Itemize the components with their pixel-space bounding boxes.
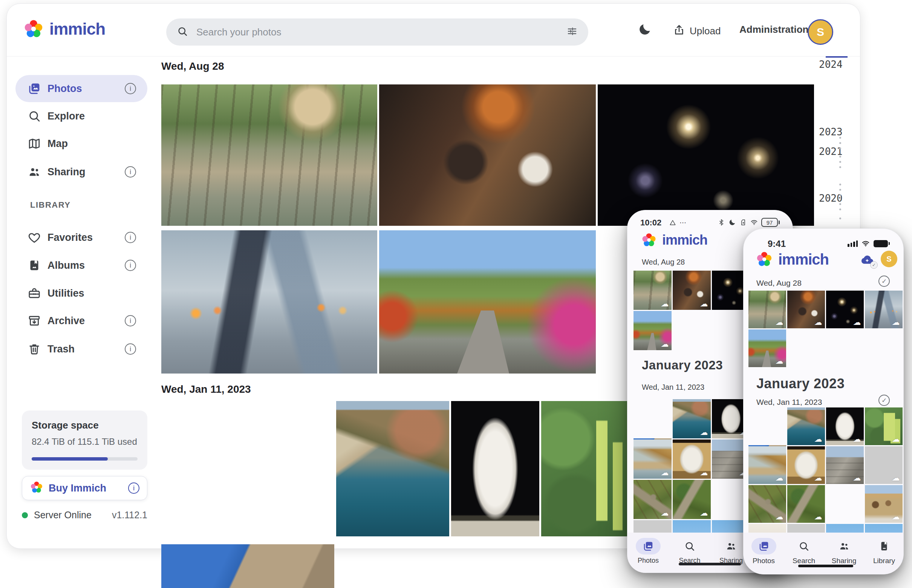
photo-thumbnail-marble-bust: ☁: [826, 407, 864, 445]
status-right-icons: [847, 239, 890, 248]
photo-thumbnail-fireworks[interactable]: [598, 84, 814, 226]
cloud-backup-icon: ☁: [775, 474, 783, 482]
administration-link[interactable]: Administration: [737, 23, 810, 36]
timeline-year-current: 2024: [819, 59, 843, 70]
immich-flower-icon: [23, 18, 44, 40]
sidebar-item-label: Sharing: [47, 166, 86, 178]
map-icon: [27, 137, 41, 150]
online-status-dot: [22, 512, 28, 518]
sidebar-item-label: Albums: [47, 260, 85, 271]
status-time: 10:02: [640, 218, 662, 228]
info-icon[interactable]: i: [125, 83, 136, 94]
info-icon[interactable]: i: [128, 483, 139, 494]
sidebar-item-trash[interactable]: Trash i: [15, 338, 147, 360]
timeline-dot: [839, 189, 841, 191]
cloud-backup-icon: ☁: [814, 435, 822, 443]
photo-thumbnail-coastal-town[interactable]: [336, 401, 449, 536]
date-header: Wed, Jan 11, 2023: [756, 397, 822, 407]
photo-thumbnail-autumn-path[interactable]: [379, 230, 596, 373]
photo-thumbnail-dinner: ☁: [787, 291, 825, 328]
sidebar-item-favorites[interactable]: Favorites i: [15, 226, 147, 249]
immich-flower-icon: [30, 481, 44, 496]
storage-usage-text: 82.4 TiB of 115.1 TiB used: [32, 436, 137, 447]
sidebar-item-label: Explore: [47, 110, 85, 122]
sidebar-item-label: Photos: [47, 83, 82, 95]
search-input[interactable]: [195, 26, 559, 39]
photo-thumbnail-lizard: ☁: [749, 485, 786, 523]
sidebar-item-label: Archive: [47, 315, 85, 327]
sidebar-item-label: Map: [47, 138, 68, 150]
date-header: Wed, Aug 28: [756, 279, 802, 288]
photo-thumbnail-lizard: ☁: [787, 485, 825, 523]
month-header: January 2023: [642, 358, 723, 372]
info-icon[interactable]: i: [125, 315, 136, 326]
explore-search-icon: [27, 109, 41, 123]
storage-progress-track: [32, 457, 137, 460]
photo-thumbnail-castle-walls[interactable]: [161, 544, 334, 588]
photo-thumbnail-holding-hands: ☁: [865, 291, 902, 328]
photo-thumbnail-green-berries: ☁: [865, 407, 902, 445]
library-section-heading: LIBRARY: [30, 200, 71, 210]
sidebar-item-label: Utilities: [47, 288, 84, 299]
status-left-icons: ⋯: [669, 219, 687, 227]
sharing-people-icon: [723, 538, 739, 554]
moon-icon: [728, 219, 736, 226]
photo-thumbnail-village: ☁: [865, 485, 902, 523]
photo-thumbnail-holding-hands[interactable]: [161, 230, 377, 373]
theme-toggle-button[interactable]: [635, 22, 654, 40]
search-icon: [796, 538, 812, 554]
heart-icon: [27, 231, 41, 244]
search-filters-icon[interactable]: [567, 26, 578, 39]
info-icon[interactable]: i: [125, 232, 136, 243]
sidebar-item-archive[interactable]: Archive i: [15, 309, 147, 332]
cloud-backup-icon: ☁: [700, 300, 708, 308]
cloud-backup-icon: ☁: [661, 469, 668, 477]
sidebar-item-label: Favorites: [47, 232, 93, 244]
cloud-backup-icon: ☁: [700, 509, 708, 517]
sidebar-item-map[interactable]: Map: [15, 132, 147, 155]
info-icon[interactable]: i: [125, 166, 136, 178]
photo-thumbnail-stone-sculpture: ☁: [787, 446, 825, 484]
album-icon: [27, 258, 41, 272]
photo-thumbnail-fireworks: ☁: [826, 291, 864, 328]
user-avatar[interactable]: S: [808, 19, 833, 45]
timeline-dot: [839, 184, 841, 186]
date-header: Wed, Jan 11, 2023: [642, 383, 704, 392]
buy-immich-button[interactable]: Buy Immich i: [22, 476, 147, 500]
photo-thumbnail-coastal-town: ☁: [673, 399, 711, 438]
photo-thumbnail-dinner[interactable]: [379, 84, 596, 226]
immich-flower-icon: [641, 232, 657, 248]
nav-tab-search: Search: [784, 533, 824, 574]
sidebar-item-utilities[interactable]: Utilities: [15, 282, 147, 305]
cloud-backup-icon: ☁: [775, 318, 783, 326]
cloud-backup-icon: ☁: [814, 513, 822, 521]
sidebar-item-photos[interactable]: Photos i: [15, 75, 147, 102]
upload-button[interactable]: Upload: [671, 23, 723, 39]
photo-thumbnail-monkeys: ☁: [633, 271, 671, 310]
cloud-backup-icon: ☁: [892, 513, 899, 521]
timeline-position-indicator[interactable]: [826, 56, 847, 58]
sidebar-item-albums[interactable]: Albums i: [15, 254, 147, 277]
sidebar-item-sharing[interactable]: Sharing i: [15, 161, 147, 183]
photo-thumbnail-marble-bust[interactable]: [451, 401, 539, 536]
select-all-check-icon: ✓: [878, 395, 890, 406]
status-right-icons: 97: [718, 218, 780, 227]
home-indicator: [798, 565, 853, 567]
photo-thumbnail-lizard: ☁: [673, 480, 711, 519]
photo-thumbnail-monkeys[interactable]: [161, 84, 377, 226]
sidebar-item-explore[interactable]: Explore: [15, 105, 147, 128]
info-icon[interactable]: i: [125, 343, 136, 355]
photo-thumbnail-green-berries[interactable]: [541, 401, 629, 536]
page: immich Upload Administration: [0, 0, 912, 588]
avatar-initial: S: [886, 255, 891, 263]
date-header-jan11: Wed, Jan 11, 2023: [161, 383, 251, 396]
info-icon[interactable]: i: [125, 260, 136, 271]
photo-thumbnail-stone-sculpture: ☁: [673, 439, 711, 479]
toolbox-icon: [27, 286, 41, 300]
search-bar[interactable]: [166, 18, 588, 45]
storage-progress-fill: [32, 457, 108, 460]
sharing-people-icon: [27, 165, 41, 179]
cloud-backup-icon: ☁: [853, 435, 861, 443]
nav-label: Sharing: [832, 557, 857, 565]
select-all-check-icon: ✓: [878, 276, 890, 287]
